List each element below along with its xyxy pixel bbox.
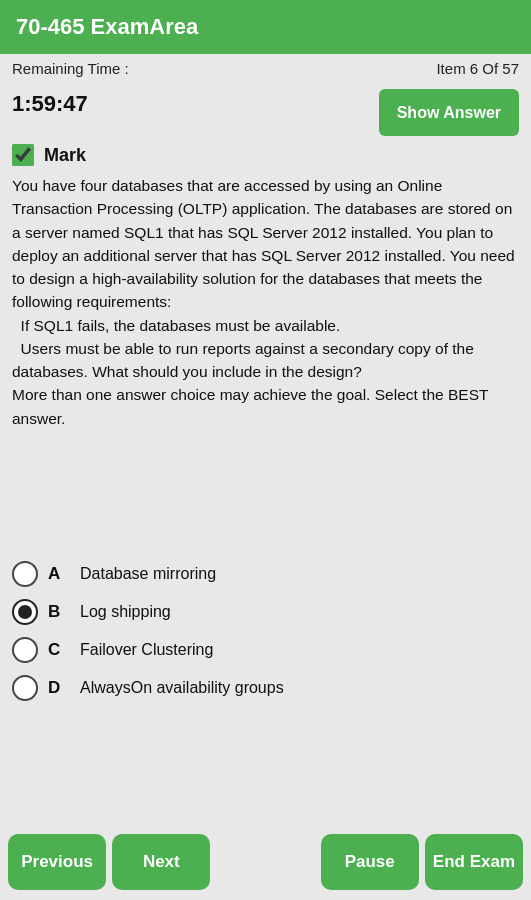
option-c-radio[interactable] <box>12 637 38 663</box>
option-b-row[interactable]: B Log shipping <box>12 599 519 625</box>
app-header: 70-465 ExamArea <box>0 0 531 54</box>
option-d-row[interactable]: D AlwaysOn availability groups <box>12 675 519 701</box>
countdown-timer: 1:59:47 <box>12 91 88 117</box>
option-c-letter: C <box>48 640 66 660</box>
mark-row: Mark <box>0 140 531 174</box>
question-area: You have four databases that are accesse… <box>0 174 531 561</box>
mark-label[interactable]: Mark <box>44 145 86 166</box>
option-a-text: Database mirroring <box>80 565 216 583</box>
option-d-text: AlwaysOn availability groups <box>80 679 284 697</box>
end-exam-button[interactable]: End Exam <box>425 834 523 890</box>
bottom-spacer <box>216 834 314 890</box>
timer-row: 1:59:47 Show Answer <box>0 83 531 140</box>
pause-button[interactable]: Pause <box>321 834 419 890</box>
option-a-row[interactable]: A Database mirroring <box>12 561 519 587</box>
app-title: 70-465 ExamArea <box>16 14 198 39</box>
item-count: Item 6 Of 57 <box>436 60 519 77</box>
previous-button[interactable]: Previous <box>8 834 106 890</box>
show-answer-button[interactable]: Show Answer <box>379 89 519 136</box>
option-c-text: Failover Clustering <box>80 641 213 659</box>
option-d-letter: D <box>48 678 66 698</box>
option-a-radio[interactable] <box>12 561 38 587</box>
question-text: You have four databases that are accesse… <box>12 174 519 430</box>
option-a-letter: A <box>48 564 66 584</box>
option-d-radio[interactable] <box>12 675 38 701</box>
option-b-text: Log shipping <box>80 603 171 621</box>
options-area: A Database mirroring B Log shipping C Fa… <box>0 561 531 713</box>
remaining-time-label: Remaining Time : <box>12 60 129 77</box>
option-c-row[interactable]: C Failover Clustering <box>12 637 519 663</box>
option-b-radio[interactable] <box>12 599 38 625</box>
mark-checkbox[interactable] <box>12 144 34 166</box>
bottom-bar: Previous Next Pause End Exam <box>0 824 531 900</box>
option-b-letter: B <box>48 602 66 622</box>
next-button[interactable]: Next <box>112 834 210 890</box>
info-bar: Remaining Time : Item 6 Of 57 <box>0 54 531 83</box>
